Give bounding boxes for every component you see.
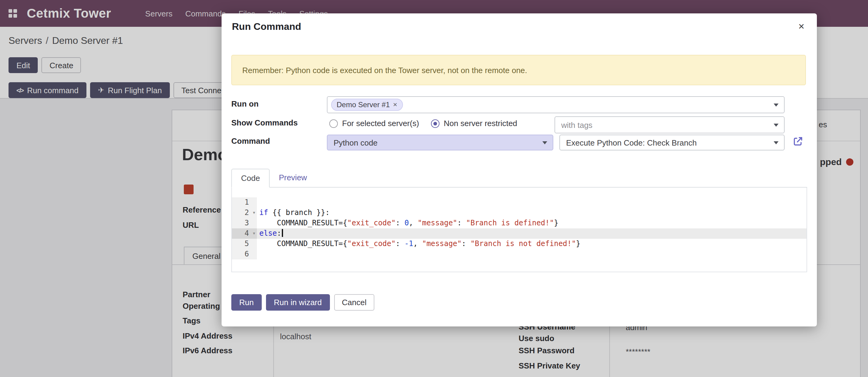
code-line-content: COMMAND_RESULT={"exit_code": 0, "message… <box>257 218 807 228</box>
notebook-body: 12▾if {{ branch }}:3 COMMAND_RESULT={"ex… <box>231 187 807 272</box>
server-tag-chip[interactable]: Demo Server #1 ✕ <box>331 99 403 111</box>
text-cursor <box>282 229 283 237</box>
line-number[interactable]: 2▾ <box>232 208 257 218</box>
code-line-content: COMMAND_RESULT={"exit_code": -1, "messag… <box>257 239 807 249</box>
code-line-2[interactable]: 2▾if {{ branch }}: <box>232 208 807 218</box>
code-line-6[interactable]: 6 <box>232 249 807 259</box>
tab-code[interactable]: Code <box>231 169 270 187</box>
code-line-content: if {{ branch }}: <box>257 208 807 218</box>
line-number[interactable]: 1 <box>232 197 257 208</box>
modal-footer: Run Run in wizard Cancel <box>231 294 374 311</box>
run-button[interactable]: Run <box>231 294 262 311</box>
code-line-content: else: <box>257 228 807 239</box>
with-tags-select[interactable]: with tags <box>555 116 785 134</box>
code-line-1[interactable]: 1 <box>232 197 807 208</box>
code-line-5[interactable]: 5 COMMAND_RESULT={"exit_code": -1, "mess… <box>232 239 807 249</box>
line-number[interactable]: 3 <box>232 218 257 228</box>
notebook-tabs: Code Preview <box>231 169 807 187</box>
fold-arrow-icon[interactable]: ▾ <box>252 228 256 239</box>
label-show-commands: Show Commands <box>231 118 298 127</box>
chevron-down-icon <box>774 124 778 127</box>
cancel-button[interactable]: Cancel <box>334 294 374 311</box>
close-icon[interactable]: ✕ <box>798 22 805 31</box>
code-editor[interactable]: 12▾if {{ branch }}:3 COMMAND_RESULT={"ex… <box>232 197 807 259</box>
line-number[interactable]: 6 <box>232 249 257 259</box>
chevron-down-icon <box>774 104 778 107</box>
radio-icon <box>329 119 338 127</box>
tab-preview[interactable]: Preview <box>270 168 316 187</box>
external-link-icon[interactable] <box>793 136 804 147</box>
chevron-down-icon <box>542 141 547 144</box>
code-line-3[interactable]: 3 COMMAND_RESULT={"exit_code": 0, "messa… <box>232 218 807 228</box>
modal-title: Run Command <box>232 21 301 32</box>
code-line-content <box>257 249 807 259</box>
remove-tag-icon[interactable]: ✕ <box>393 102 398 108</box>
label-run-on: Run on <box>231 99 259 108</box>
radio-checked-icon <box>431 119 439 127</box>
line-number[interactable]: 4▾ <box>232 228 257 239</box>
warning-alert: Remember: Python code is executed on the… <box>231 55 806 85</box>
screen: Cetmix Tower Servers Commands Files Tool… <box>0 0 868 377</box>
command-type-select[interactable]: Python code <box>327 135 553 150</box>
radio-non-server-restricted[interactable]: Non server restricted <box>431 119 517 128</box>
run-on-multiselect[interactable]: Demo Server #1 ✕ <box>327 96 785 113</box>
label-command: Command <box>231 137 270 146</box>
run-command-modal: Run Command ✕ Remember: Python code is e… <box>222 13 817 326</box>
chevron-down-icon <box>774 141 778 144</box>
fold-arrow-icon[interactable]: ▾ <box>252 208 256 218</box>
run-in-wizard-button[interactable]: Run in wizard <box>266 294 330 311</box>
radio-for-selected-servers[interactable]: For selected server(s) <box>329 119 419 128</box>
command-select[interactable]: Execute Python Code: Check Branch <box>559 135 785 150</box>
code-line-4[interactable]: 4▾else: <box>232 228 807 239</box>
line-number[interactable]: 5 <box>232 239 257 249</box>
code-line-content <box>257 197 807 208</box>
